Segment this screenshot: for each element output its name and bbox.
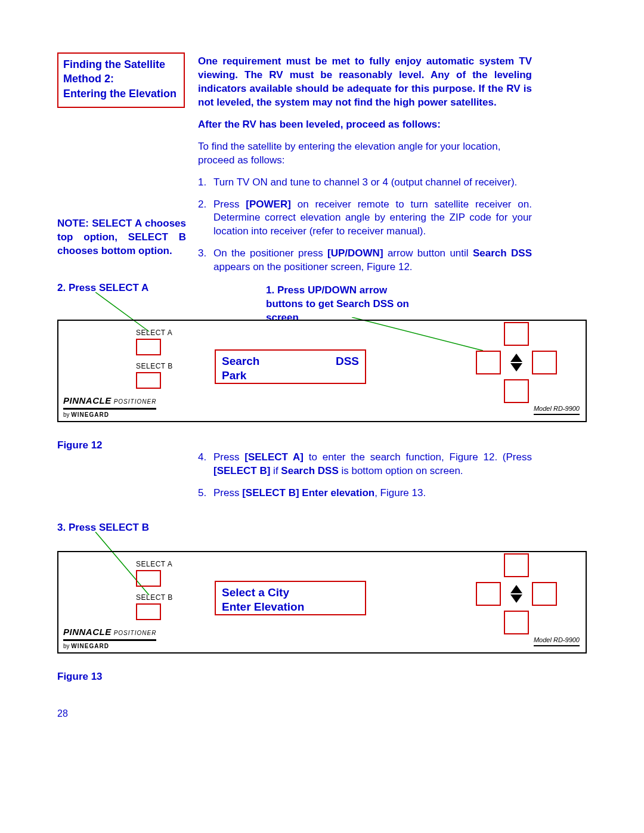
step-4: 4. Press [SELECT A] to enter the search … xyxy=(198,451,532,478)
positioner-figure-13: SELECT A SELECT B Select a City Enter El… xyxy=(57,551,587,654)
steps-4-5: 4. Press [SELECT A] to enter the search … xyxy=(198,451,532,509)
dpad-center-icon-2 xyxy=(504,582,529,606)
select-a-label: SELECT A xyxy=(136,328,173,337)
screen-top-left: Search xyxy=(222,355,259,367)
dpad-2 xyxy=(463,553,570,649)
select-b-button-2[interactable] xyxy=(136,603,161,620)
screen-top-right: DSS xyxy=(336,354,359,368)
device-model-2: Model RD-9900 xyxy=(534,636,580,646)
title-line2: Method 2: xyxy=(63,72,179,86)
callout-select-b: 3. Press SELECT B xyxy=(57,521,149,535)
section-title-box: Finding the Satellite Method 2: Entering… xyxy=(57,52,185,108)
select-a-label-2: SELECT A xyxy=(136,559,173,569)
screen-bottom: Park xyxy=(222,368,359,383)
positioner-figure-12: SELECT A SELECT B SearchDSS Park PINNACL… xyxy=(57,320,587,422)
select-b-label: SELECT B xyxy=(136,361,173,371)
step-2: 2. Press [POWER] on receiver remote to t… xyxy=(198,198,532,239)
intro-p2: After the RV has been leveled, proceed a… xyxy=(198,118,532,132)
select-a-button-2[interactable] xyxy=(136,570,161,587)
figure-12-label: Figure 12 xyxy=(57,439,103,453)
select-a-button[interactable] xyxy=(136,339,161,355)
note-select: NOTE: SELECT A chooses top option, SELEC… xyxy=(57,217,186,258)
dpad-up-button-2[interactable] xyxy=(504,553,529,577)
title-line1: Finding the Satellite xyxy=(63,57,179,72)
title-line3: Entering the Elevation xyxy=(63,86,179,101)
select-b-button[interactable] xyxy=(136,372,161,389)
step-3: 3. On the positioner press [UP/DOWN] arr… xyxy=(198,247,532,274)
device-brand-block: PINNACLEPOSITIONER by WINEGARD xyxy=(63,395,156,419)
select-buttons: SELECT A SELECT B xyxy=(136,328,173,395)
intro-p1: One requirement must be met to fully enj… xyxy=(198,55,532,110)
dpad-right-button-2[interactable] xyxy=(532,582,557,606)
positioner-screen-2: Select a City Enter Elevation xyxy=(215,581,366,615)
callout-updown: 1. Press UP/DOWN arrow buttons to get Se… xyxy=(266,284,414,325)
step-5: 5. Press [SELECT B] Enter elevation, Fig… xyxy=(198,487,532,500)
lead-para: To find the satellite by entering the el… xyxy=(198,140,532,168)
screen2-line1: Select a City xyxy=(222,586,359,600)
select-buttons-2: SELECT A SELECT B xyxy=(136,559,173,626)
dpad-down-button-2[interactable] xyxy=(504,611,529,634)
dpad-center-icon xyxy=(504,351,529,374)
dpad-right-button[interactable] xyxy=(532,351,557,374)
device-brand-block-2: PINNACLEPOSITIONER by WINEGARD xyxy=(63,626,156,650)
screen2-line2: Enter Elevation xyxy=(222,600,359,614)
dpad xyxy=(463,322,570,417)
figure-13-label: Figure 13 xyxy=(57,670,103,684)
callout-select-a: 2. Press SELECT A xyxy=(57,281,148,295)
page-number: 28 xyxy=(57,707,68,720)
steps-list: 1.Turn TV ON and tune to channel 3 or 4 … xyxy=(198,176,532,275)
positioner-screen: SearchDSS Park xyxy=(215,349,366,384)
dpad-left-button[interactable] xyxy=(476,351,501,374)
dpad-left-button-2[interactable] xyxy=(476,582,501,606)
dpad-down-button[interactable] xyxy=(504,379,529,403)
select-b-label-2: SELECT B xyxy=(136,593,173,602)
step-1: 1.Turn TV ON and tune to channel 3 or 4 … xyxy=(198,176,532,190)
device-model: Model RD-9900 xyxy=(534,404,580,415)
intro-column: One requirement must be met to fully enj… xyxy=(198,55,532,283)
dpad-up-button[interactable] xyxy=(504,322,529,346)
